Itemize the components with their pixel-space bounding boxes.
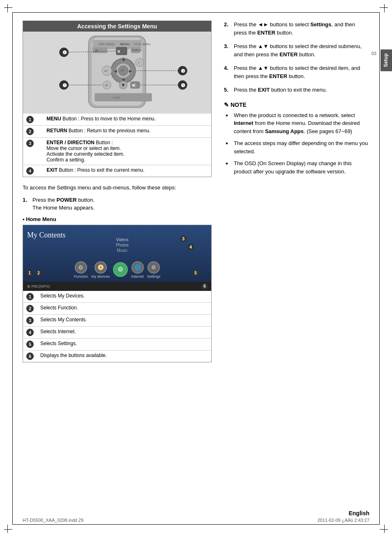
main-content: Accessing the Settings Menu DISC MENU ME… (0, 0, 392, 389)
svg-text:❶: ❶ (62, 50, 67, 55)
step-2-num: 2. (224, 21, 231, 37)
mc-legend-row-6: 6 Displays the buttons available. (23, 350, 211, 362)
page-border-bottom (12, 524, 380, 525)
footer-left: HT-D5500_XAA_0208.indd 29 (23, 518, 83, 523)
svg-text:↺: ↺ (105, 83, 108, 88)
step-2-text: Press the ◄► buttons to select Settings,… (234, 21, 369, 37)
step-2: 2. Press the ◄► buttons to select Settin… (224, 21, 369, 37)
step-4: 4. Press the ▲▼ buttons to select the de… (224, 64, 369, 80)
svg-text:↵: ↵ (121, 68, 124, 73)
note-item-3: ▪ The OSD (On Screen Display) may change… (224, 159, 369, 175)
mc-legend-row-2: 2 Selects Function. (23, 302, 211, 314)
step-1: 1. Press the POWER button. The Home Menu… (23, 196, 212, 212)
remote-diagram: DISC MENU MENU TITLE MENU ▦ POPUP ◄| (23, 32, 211, 114)
svg-text:TITLE MENU: TITLE MENU (134, 43, 150, 46)
page-border-right (379, 12, 380, 525)
svg-text:◼|: ◼| (132, 83, 136, 87)
svg-text:▦: ▦ (118, 50, 120, 53)
svg-text:DISC MENU: DISC MENU (99, 43, 115, 46)
step-3: 3. Press the ▲▼ buttons to select the de… (224, 42, 369, 58)
page-border-top (12, 12, 380, 13)
svg-point-22 (136, 58, 144, 67)
step-3-text: Press the ▲▼ buttons to select the desir… (234, 42, 369, 58)
step-1-text: Press the POWER button. The Home Menu ap… (32, 196, 212, 212)
accessing-box: Accessing the Settings Menu DISC MENU ME… (23, 21, 212, 177)
step-4-num: 4. (224, 64, 231, 80)
note-item-2: ▪ The access steps may differ depending … (224, 139, 369, 155)
mc-legend-row-4: 4 Selects Internet. (23, 326, 211, 338)
language-label: English (348, 510, 369, 516)
step-1-num: 1. (23, 196, 30, 212)
legend-row-1: 1 MENU Button : Press to move to the Hom… (23, 114, 211, 126)
corner-mark-bl-v (7, 525, 8, 533)
steps-intro: To access the Settings menu and sub-menu… (23, 184, 212, 192)
step-5: 5. Press the EXIT button to exit the men… (224, 86, 369, 94)
svg-rect-32 (95, 93, 152, 101)
svg-text:▼: ▼ (121, 82, 126, 88)
note-title: ✎ NOTE (224, 101, 369, 108)
svg-text:◄: ◄ (113, 68, 118, 74)
accessing-title: Accessing the Settings Menu (23, 21, 211, 32)
svg-text:i: i (138, 61, 139, 65)
note-text-1: When the product is connected to a netwo… (234, 111, 369, 136)
my-contents-box: My Contents Videos Photos Music 3 4 (23, 225, 212, 362)
home-menu-label: • Home Menu (23, 216, 212, 222)
corner-mark-tl-v (7, 4, 8, 12)
footer-right: 2011-02-09 ¿ÀÀû 2:43:27 (317, 518, 369, 523)
page-footer: HT-D5500_XAA_0208.indd 29 2011-02-09 ¿ÀÀ… (23, 518, 369, 523)
step-5-text: Press the EXIT button to exit the menu. (234, 86, 369, 94)
corner-mark-tl-h (4, 7, 12, 8)
right-column: 2. Press the ◄► buttons to select Settin… (224, 21, 369, 368)
step-4-text: Press the ▲▼ buttons to select the desir… (234, 64, 369, 80)
svg-text:t.t.t.t.t: t.t.t.t.t (113, 96, 120, 99)
svg-text:POPUP: POPUP (132, 49, 142, 52)
corner-mark-bl-h (4, 529, 12, 530)
note-text-2: The access steps may differ depending on… (234, 139, 369, 155)
corner-mark-tr-h (380, 7, 388, 8)
note-item-1: ▪ When the product is connected to a net… (224, 111, 369, 136)
svg-text:❷: ❷ (62, 83, 67, 88)
note-bullet-2: ▪ (226, 140, 231, 155)
corner-mark-br-v (384, 525, 385, 533)
note-bullet-3: ▪ (226, 160, 231, 175)
note-bullet-1: ▪ (226, 112, 231, 136)
mc-legend-row-1: 1 Selects My Devices. (23, 291, 211, 303)
corner-mark-tr-v (384, 4, 385, 12)
note-section: ✎ NOTE ▪ When the product is connected t… (224, 101, 369, 176)
legend-table: 1 MENU Button : Press to move to the Hom… (23, 114, 211, 177)
note-pencil-icon: ✎ (224, 101, 229, 108)
my-contents-inner: My Contents Videos Photos Music 3 4 (23, 225, 211, 291)
step-5-num: 5. (224, 86, 231, 94)
svg-text:►: ► (128, 68, 133, 74)
mc-legend-row-3: 3 Selects My Contents. (23, 314, 211, 326)
legend-row-3: 3 ENTER / DIRECTION Button : Move the cu… (23, 138, 211, 165)
corner-mark-br-h (380, 529, 388, 530)
svg-text:❸: ❸ (181, 68, 185, 74)
mc-legend-row-5: 5 Selects Settings. (23, 338, 211, 350)
left-column: Accessing the Settings Menu DISC MENU ME… (23, 21, 212, 368)
page-border-left (12, 12, 13, 525)
svg-text:❹: ❹ (181, 83, 185, 88)
svg-text:▲: ▲ (121, 56, 126, 62)
legend-row-2: 2 RETURN Button : Return to the previous… (23, 126, 211, 138)
legend-row-4: 4 EXIT Button : Press to exit the curren… (23, 165, 211, 177)
chapter-tab: Setup (380, 49, 392, 71)
svg-text:↩: ↩ (104, 69, 108, 73)
svg-text:MENU: MENU (120, 42, 130, 46)
chapter-number: 03 (369, 49, 379, 58)
note-text-3: The OSD (On Screen Display) may change i… (234, 159, 369, 175)
step-3-num: 3. (224, 42, 231, 58)
mc-legend-table: 1 Selects My Devices. 2 Selects Function… (23, 291, 211, 362)
